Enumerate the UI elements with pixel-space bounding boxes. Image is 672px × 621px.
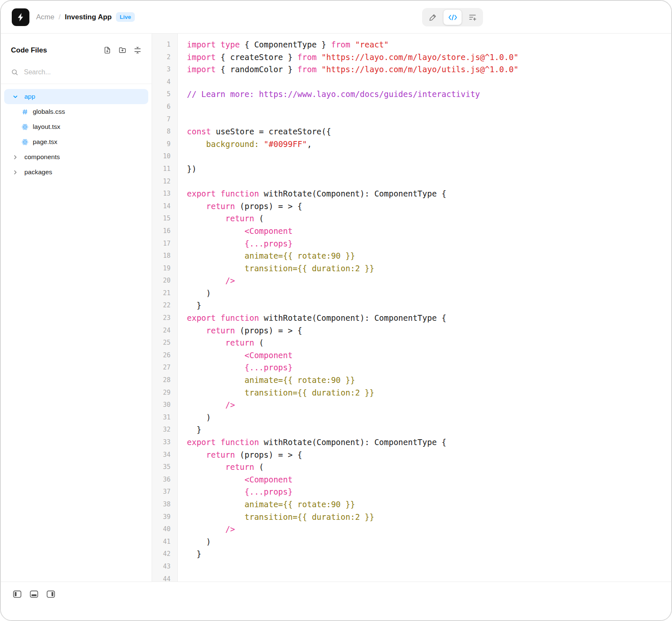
code-line[interactable]: 41 )	[152, 536, 671, 548]
code-line[interactable]: 12	[152, 176, 671, 188]
code-line[interactable]: 27 {...props}	[152, 362, 671, 374]
breadcrumb: Acme / Investing App Live	[36, 12, 135, 22]
code-line[interactable]: 24 return (props) = > {	[152, 325, 671, 337]
code-line[interactable]: 31 )	[152, 411, 671, 424]
code-line[interactable]: 32 }	[152, 424, 671, 436]
toggle-right-panel-button[interactable]	[45, 589, 56, 600]
code-line[interactable]: 33export function withRotate(Component):…	[152, 436, 671, 449]
code-line[interactable]: 20 />	[152, 275, 671, 287]
design-tool-button[interactable]	[423, 9, 442, 25]
chevron-right-icon[interactable]	[10, 155, 20, 160]
code-line-text: transition={{ duration:2 }}	[177, 387, 374, 399]
tree-item-layout-tsx[interactable]: layout.tsx	[4, 119, 148, 134]
line-number: 12	[152, 176, 177, 188]
code-line[interactable]: 16 <Component	[152, 225, 671, 238]
line-number: 23	[152, 312, 177, 325]
app-logo[interactable]	[12, 8, 29, 26]
code-line[interactable]: 28 animate={{ rotate:90 }}	[152, 374, 671, 387]
code-line[interactable]: 6	[152, 101, 671, 113]
search-input[interactable]: Search...	[1, 62, 152, 84]
code-line[interactable]: 13export function withRotate(Component):…	[152, 188, 671, 200]
code-line[interactable]: 40 />	[152, 523, 671, 536]
code-line[interactable]: 22 }	[152, 299, 671, 312]
code-line[interactable]: 21 )	[152, 287, 671, 300]
toggle-left-panel-button[interactable]	[12, 589, 23, 600]
code-line[interactable]: 10	[152, 150, 671, 163]
collapse-icon	[134, 46, 142, 54]
live-badge: Live	[116, 12, 135, 22]
tree-item-app[interactable]: app	[4, 89, 148, 104]
breadcrumb-separator: /	[58, 13, 60, 21]
code-line[interactable]: 17 {...props}	[152, 238, 671, 250]
code-line[interactable]: 11})	[152, 163, 671, 176]
line-number: 44	[152, 573, 177, 582]
line-number: 17	[152, 238, 177, 250]
code-line[interactable]: 34 return (props) = > {	[152, 449, 671, 461]
line-number: 8	[152, 126, 177, 138]
new-folder-button[interactable]	[118, 45, 127, 55]
line-number: 6	[152, 101, 177, 113]
breadcrumb-org[interactable]: Acme	[36, 13, 54, 21]
code-line-text: )	[177, 287, 211, 300]
tree-item-label: components	[24, 153, 60, 161]
chevron-right-icon[interactable]	[10, 170, 20, 175]
tree-item-components[interactable]: components	[4, 149, 148, 165]
code-line[interactable]: 30 />	[152, 399, 671, 411]
search-icon	[11, 68, 18, 76]
code-line-text: }	[177, 299, 201, 312]
code-line[interactable]: 3import { randomColor } from "https://la…	[152, 63, 671, 76]
code-line-text: transition={{ duration:2 }}	[177, 262, 374, 275]
code-line[interactable]: 43	[152, 561, 671, 573]
code-line[interactable]: 25 return (	[152, 337, 671, 349]
code-line[interactable]: 8const useStore = createStore({	[152, 126, 671, 138]
code-line[interactable]: 42 }	[152, 548, 671, 561]
code-line[interactable]: 37 {...props}	[152, 486, 671, 498]
tree-item-packages[interactable]: packages	[4, 165, 148, 180]
line-number: 40	[152, 523, 177, 536]
code-line-text: return (props) = > {	[177, 200, 302, 213]
tree-item-globals-css[interactable]: globals.css	[4, 104, 148, 119]
code-line[interactable]: 14 return (props) = > {	[152, 200, 671, 213]
line-number: 16	[152, 225, 177, 238]
code-line[interactable]: 44	[152, 573, 671, 582]
code-line[interactable]: 26 <Component	[152, 349, 671, 362]
code-lines: 1import type { ComponentType } from "rea…	[152, 39, 671, 582]
code-line-text: background: "#0099FF",	[177, 138, 312, 151]
toggle-bottom-panel-button[interactable]	[29, 589, 39, 600]
code-line[interactable]: 1import type { ComponentType } from "rea…	[152, 39, 671, 51]
panel-bottom-icon	[29, 590, 39, 599]
new-file-button[interactable]	[102, 45, 112, 55]
code-line[interactable]: 19 transition={{ duration:2 }}	[152, 262, 671, 275]
code-line-text: animate={{ rotate:90 }}	[177, 250, 355, 262]
code-line[interactable]: 4	[152, 76, 671, 89]
line-number: 14	[152, 200, 177, 213]
code-line-text: <Component	[177, 474, 293, 486]
code-line[interactable]: 5// Learn more: https://www.layo.com/doc…	[152, 88, 671, 101]
code-line[interactable]: 36 <Component	[152, 474, 671, 486]
line-number: 43	[152, 561, 177, 573]
code-line[interactable]: 38 animate={{ rotate:90 }}	[152, 498, 671, 511]
code-line[interactable]: 9 background: "#0099FF",	[152, 138, 671, 151]
code-line[interactable]: 39 transition={{ duration:2 }}	[152, 511, 671, 524]
chevron-down-icon[interactable]	[10, 94, 20, 100]
code-line-text	[177, 561, 187, 573]
code-line[interactable]: 2import { createStore } from "https://la…	[152, 51, 671, 64]
main-content: Code Files	[1, 34, 671, 582]
new-file-icon	[103, 46, 111, 54]
code-line[interactable]: 15 return (	[152, 212, 671, 225]
code-line[interactable]: 7	[152, 113, 671, 126]
code-editor[interactable]: 1import type { ComponentType } from "rea…	[152, 34, 671, 582]
code-line-text: animate={{ rotate:90 }}	[177, 498, 355, 511]
code-line[interactable]: 23export function withRotate(Component):…	[152, 312, 671, 325]
tree-item-label: page.tsx	[33, 138, 58, 146]
insert-tool-button[interactable]	[463, 9, 482, 25]
tree-item-page-tsx[interactable]: page.tsx	[4, 134, 148, 149]
code-line[interactable]: 18 animate={{ rotate:90 }}	[152, 250, 671, 262]
line-number: 1	[152, 39, 177, 51]
file-tree: appglobals.csslayout.tsxpage.tsxcomponen…	[1, 84, 152, 185]
code-line[interactable]: 35 return (	[152, 461, 671, 474]
code-line-text: {...props}	[177, 362, 293, 374]
code-line[interactable]: 29 transition={{ duration:2 }}	[152, 387, 671, 399]
collapse-button[interactable]	[133, 45, 142, 55]
code-tool-button[interactable]	[443, 9, 462, 25]
